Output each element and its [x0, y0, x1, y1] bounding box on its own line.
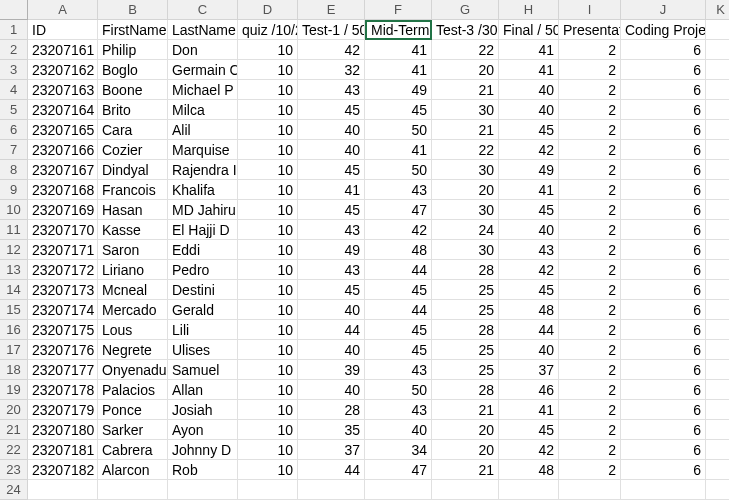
cell-C4[interactable]: Michael P [168, 80, 238, 100]
cell-A15[interactable]: 23207174 [28, 300, 98, 320]
row-header-5[interactable]: 5 [0, 100, 28, 120]
cell-C3[interactable]: Germain C [168, 60, 238, 80]
cell-K10[interactable] [706, 200, 729, 220]
cell-B6[interactable]: Cara [98, 120, 168, 140]
cell-G9[interactable]: 20 [432, 180, 499, 200]
cell-D10[interactable]: 10 [238, 200, 298, 220]
cell-G23[interactable]: 21 [432, 460, 499, 480]
cell-F17[interactable]: 45 [365, 340, 432, 360]
cell-H14[interactable]: 45 [499, 280, 559, 300]
cell-J2[interactable]: 6 [621, 40, 706, 60]
cell-B9[interactable]: Francois [98, 180, 168, 200]
select-all-corner[interactable] [0, 0, 28, 20]
cell-C22[interactable]: Johnny D [168, 440, 238, 460]
cell-D11[interactable]: 10 [238, 220, 298, 240]
cell-E10[interactable]: 45 [298, 200, 365, 220]
cell-H13[interactable]: 42 [499, 260, 559, 280]
cell-J24[interactable] [621, 480, 706, 500]
cell-A8[interactable]: 23207167 [28, 160, 98, 180]
cell-D23[interactable]: 10 [238, 460, 298, 480]
cell-C14[interactable]: Destini [168, 280, 238, 300]
cell-J7[interactable]: 6 [621, 140, 706, 160]
cell-B21[interactable]: Sarker [98, 420, 168, 440]
cell-J9[interactable]: 6 [621, 180, 706, 200]
cell-B14[interactable]: Mcneal [98, 280, 168, 300]
row-header-2[interactable]: 2 [0, 40, 28, 60]
cell-J6[interactable]: 6 [621, 120, 706, 140]
cell-B19[interactable]: Palacios [98, 380, 168, 400]
cell-B10[interactable]: Hasan [98, 200, 168, 220]
cell-E19[interactable]: 40 [298, 380, 365, 400]
row-header-18[interactable]: 18 [0, 360, 28, 380]
cell-H7[interactable]: 42 [499, 140, 559, 160]
cell-A9[interactable]: 23207168 [28, 180, 98, 200]
cell-A14[interactable]: 23207173 [28, 280, 98, 300]
cell-C8[interactable]: Rajendra I [168, 160, 238, 180]
cell-J21[interactable]: 6 [621, 420, 706, 440]
cell-E2[interactable]: 42 [298, 40, 365, 60]
cell-E23[interactable]: 44 [298, 460, 365, 480]
col-header-J[interactable]: J [621, 0, 706, 20]
cell-B18[interactable]: Onyenadu [98, 360, 168, 380]
cell-B15[interactable]: Mercado [98, 300, 168, 320]
cell-G5[interactable]: 30 [432, 100, 499, 120]
cell-G15[interactable]: 25 [432, 300, 499, 320]
cell-G16[interactable]: 28 [432, 320, 499, 340]
cell-I4[interactable]: 2 [559, 80, 621, 100]
cell-E8[interactable]: 45 [298, 160, 365, 180]
cell-K6[interactable] [706, 120, 729, 140]
cell-K12[interactable] [706, 240, 729, 260]
cell-G21[interactable]: 20 [432, 420, 499, 440]
cell-F14[interactable]: 45 [365, 280, 432, 300]
cell-F5[interactable]: 45 [365, 100, 432, 120]
cell-B16[interactable]: Lous [98, 320, 168, 340]
cell-E21[interactable]: 35 [298, 420, 365, 440]
cell-A22[interactable]: 23207181 [28, 440, 98, 460]
cell-H12[interactable]: 43 [499, 240, 559, 260]
cell-H15[interactable]: 48 [499, 300, 559, 320]
cell-B12[interactable]: Saron [98, 240, 168, 260]
cell-K13[interactable] [706, 260, 729, 280]
cell-J16[interactable]: 6 [621, 320, 706, 340]
cell-H21[interactable]: 45 [499, 420, 559, 440]
row-header-4[interactable]: 4 [0, 80, 28, 100]
cell-I18[interactable]: 2 [559, 360, 621, 380]
cell-F2[interactable]: 41 [365, 40, 432, 60]
cell-C11[interactable]: El Hajji D [168, 220, 238, 240]
cell-K5[interactable] [706, 100, 729, 120]
header-cell-D[interactable]: quiz /10/2 [238, 20, 298, 40]
cell-E11[interactable]: 43 [298, 220, 365, 240]
cell-G10[interactable]: 30 [432, 200, 499, 220]
cell-D5[interactable]: 10 [238, 100, 298, 120]
cell-J12[interactable]: 6 [621, 240, 706, 260]
cell-D14[interactable]: 10 [238, 280, 298, 300]
cell-F7[interactable]: 41 [365, 140, 432, 160]
cell-I15[interactable]: 2 [559, 300, 621, 320]
cell-I3[interactable]: 2 [559, 60, 621, 80]
cell-D13[interactable]: 10 [238, 260, 298, 280]
spreadsheet-grid[interactable]: ABCDEFGHIJK1IDFirstNameLastNamequiz /10/… [0, 0, 729, 500]
cell-K9[interactable] [706, 180, 729, 200]
cell-B7[interactable]: Cozier [98, 140, 168, 160]
cell-J15[interactable]: 6 [621, 300, 706, 320]
cell-K15[interactable] [706, 300, 729, 320]
cell-B4[interactable]: Boone [98, 80, 168, 100]
cell-C9[interactable]: Khalifa [168, 180, 238, 200]
cell-C19[interactable]: Allan [168, 380, 238, 400]
cell-F10[interactable]: 47 [365, 200, 432, 220]
cell-F19[interactable]: 50 [365, 380, 432, 400]
cell-K11[interactable] [706, 220, 729, 240]
cell-C20[interactable]: Josiah [168, 400, 238, 420]
cell-G17[interactable]: 25 [432, 340, 499, 360]
cell-E3[interactable]: 32 [298, 60, 365, 80]
cell-D4[interactable]: 10 [238, 80, 298, 100]
cell-F16[interactable]: 45 [365, 320, 432, 340]
cell-H23[interactable]: 48 [499, 460, 559, 480]
row-header-10[interactable]: 10 [0, 200, 28, 220]
cell-I5[interactable]: 2 [559, 100, 621, 120]
cell-F20[interactable]: 43 [365, 400, 432, 420]
cell-G6[interactable]: 21 [432, 120, 499, 140]
cell-A3[interactable]: 23207162 [28, 60, 98, 80]
cell-D7[interactable]: 10 [238, 140, 298, 160]
cell-J11[interactable]: 6 [621, 220, 706, 240]
